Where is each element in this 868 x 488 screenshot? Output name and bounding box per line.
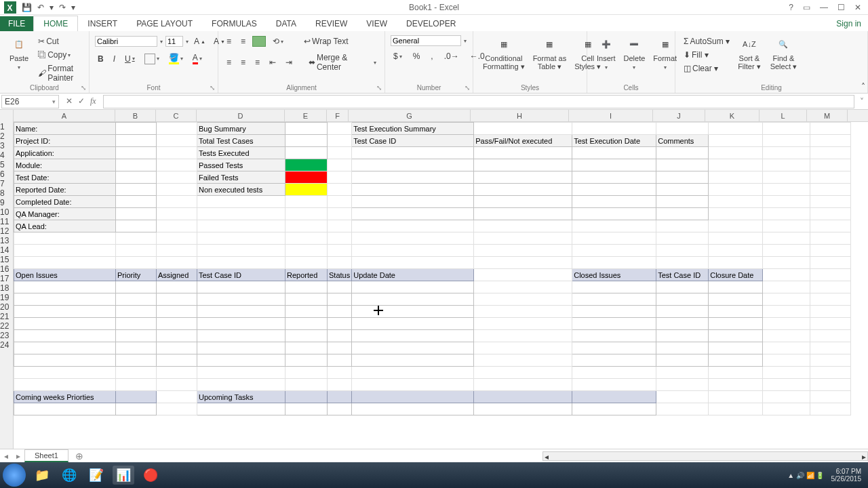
expand-formula-icon[interactable]: ˅: [856, 97, 868, 106]
ribbon-tabs: FILE HOME INSERT PAGE LAYOUT FORMULAS DA…: [0, 15, 868, 31]
notepad-icon[interactable]: 📝: [85, 466, 107, 485]
number-dialog-icon[interactable]: ⤡: [465, 84, 470, 92]
signin-link[interactable]: Sign in: [829, 16, 868, 31]
sheet-nav-next-icon[interactable]: ▸: [12, 451, 24, 461]
align-top-icon[interactable]: ≡: [224, 35, 234, 47]
number-format-select[interactable]: [391, 35, 461, 46]
formulas-tab[interactable]: FORMULAS: [202, 16, 267, 31]
redo-icon[interactable]: ↷: [59, 3, 66, 12]
sheet-tab-1[interactable]: Sheet1: [24, 449, 68, 462]
underline-button[interactable]: U▾: [122, 53, 138, 65]
title-bar: X 💾 ↶ ▾ ↷ ▾ Book1 - Excel ? ▭ — ☐ ✕: [0, 0, 868, 15]
excel-taskbar-icon[interactable]: 📊: [113, 466, 134, 485]
tray-date: 5/26/2015: [831, 475, 862, 483]
alignment-dialog-icon[interactable]: ⤡: [376, 84, 382, 92]
undo-dropdown-icon[interactable]: ▾: [50, 3, 54, 12]
insert-cells-button[interactable]: ➕Insert▾: [593, 34, 620, 80]
start-button[interactable]: [3, 464, 26, 487]
clear-button[interactable]: ◫Clear ▾: [681, 62, 732, 75]
ribbon-display-icon[interactable]: ▭: [803, 3, 810, 12]
formula-input[interactable]: [103, 95, 854, 108]
find-select-button[interactable]: 🔍Find & Select ▾: [766, 34, 802, 80]
merge-center-button[interactable]: ⬌Merge & Center▾: [306, 52, 379, 73]
row-headers[interactable]: 123456789101112131415161718192021222324: [0, 110, 14, 449]
number-format-dropdown-icon[interactable]: ▾: [464, 38, 467, 44]
fill-down-icon: ⬇: [684, 50, 690, 60]
tray-icons[interactable]: ▲ 🔊 📶 🔋: [787, 472, 824, 479]
cancel-formula-icon[interactable]: ✕: [66, 96, 73, 106]
wrap-text-button[interactable]: ↩Wrap Text: [301, 35, 351, 47]
font-name-dropdown-icon[interactable]: ▾: [160, 39, 163, 45]
enter-formula-icon[interactable]: ✓: [78, 96, 85, 106]
page-layout-tab[interactable]: PAGE LAYOUT: [127, 16, 202, 31]
spreadsheet-grid: ABCDEFGHIJKLM 12345678910111213141516171…: [0, 110, 868, 449]
help-icon[interactable]: ?: [789, 3, 793, 12]
format-as-table-button[interactable]: ▦Format as Table ▾: [529, 34, 571, 80]
name-box[interactable]: E26▾: [1, 95, 59, 108]
close-icon[interactable]: ✕: [854, 3, 861, 12]
column-headers[interactable]: ABCDEFGHIJKLM: [14, 110, 868, 122]
minimize-icon[interactable]: —: [820, 3, 828, 12]
italic-button[interactable]: I: [111, 53, 118, 65]
font-dialog-icon[interactable]: ⤡: [210, 84, 215, 92]
font-color-button[interactable]: A▾: [190, 52, 205, 66]
format-painter-button[interactable]: 🖌Format Painter: [35, 62, 83, 84]
review-tab[interactable]: REVIEW: [306, 16, 357, 31]
font-group: ▾ ▾ A▲ A▼ B I U▾ ▾ 🪣▾ A▾ Font ⤡: [90, 31, 218, 93]
fill-color-button[interactable]: 🪣▾: [166, 52, 186, 66]
delete-cells-button[interactable]: ➖Delete▾: [620, 34, 650, 80]
align-right-icon[interactable]: ≡: [252, 56, 262, 68]
fx-icon[interactable]: fx: [90, 96, 96, 106]
app-icon[interactable]: 🔴: [140, 466, 161, 485]
align-left-icon[interactable]: ≡: [224, 56, 234, 68]
borders-button[interactable]: ▾: [142, 52, 162, 66]
font-size-input[interactable]: [165, 36, 183, 47]
copy-button[interactable]: ⿻Copy▾: [35, 49, 83, 61]
autosum-button[interactable]: ΣAutoSum ▾: [681, 35, 732, 47]
file-tab[interactable]: FILE: [0, 16, 33, 31]
developer-tab[interactable]: DEVELOPER: [397, 16, 465, 31]
paste-button[interactable]: 📋 Paste ▾: [5, 34, 33, 80]
cells-area[interactable]: Name:Bug SummaryTest Execution SummaryPr…: [14, 122, 868, 449]
windows-taskbar: 📁 🌐 📝 📊 🔴 ▲ 🔊 📶 🔋 6:07 PM 5/26/2015: [0, 462, 868, 488]
insert-tab[interactable]: INSERT: [78, 16, 127, 31]
align-center-icon[interactable]: ≡: [238, 56, 248, 68]
currency-button[interactable]: $▾: [391, 50, 405, 62]
increase-font-icon[interactable]: A▲: [191, 35, 208, 47]
sheet-nav-prev-icon[interactable]: ◂: [0, 451, 12, 461]
percent-button[interactable]: %: [410, 50, 423, 62]
font-size-dropdown-icon[interactable]: ▾: [186, 39, 189, 45]
font-name-input[interactable]: [95, 36, 157, 47]
collapse-ribbon-icon[interactable]: ˄: [861, 82, 865, 92]
decrease-indent-icon[interactable]: ⇤: [267, 56, 279, 68]
comma-button[interactable]: ,: [428, 50, 435, 62]
file-explorer-icon[interactable]: 📁: [31, 466, 53, 485]
horizontal-scrollbar[interactable]: ◂▸: [542, 451, 868, 461]
merge-icon: ⬌: [309, 58, 315, 67]
maximize-icon[interactable]: ☐: [837, 3, 845, 12]
clipboard-dialog-icon[interactable]: ⤡: [81, 84, 86, 92]
system-tray[interactable]: ▲ 🔊 📶 🔋 6:07 PM 5/26/2015: [787, 468, 865, 483]
undo-icon[interactable]: ↶: [37, 3, 44, 12]
data-tab[interactable]: DATA: [267, 16, 306, 31]
home-tab[interactable]: HOME: [33, 16, 78, 31]
scissors-icon: ✂: [38, 37, 45, 46]
editing-label: Editing: [675, 84, 867, 92]
align-bottom-icon[interactable]: [252, 36, 266, 47]
conditional-formatting-button[interactable]: ▦Conditional Formatting ▾: [479, 34, 529, 80]
chrome-icon[interactable]: 🌐: [58, 466, 80, 485]
formula-bar: E26▾ ✕ ✓ fx ˅: [0, 94, 868, 110]
fill-button[interactable]: ⬇Fill ▾: [681, 49, 732, 61]
add-sheet-icon[interactable]: ⊕: [68, 451, 90, 462]
orientation-button[interactable]: ⟲▾: [270, 35, 286, 47]
view-tab[interactable]: VIEW: [357, 16, 397, 31]
qat-customize-icon[interactable]: ▾: [71, 3, 75, 12]
save-icon[interactable]: 💾: [22, 3, 32, 12]
sort-filter-button[interactable]: A↓ZSort & Filter ▾: [734, 34, 765, 80]
increase-indent-icon[interactable]: ⇥: [283, 56, 295, 68]
align-middle-icon[interactable]: ≡: [238, 35, 248, 47]
bold-button[interactable]: B: [95, 53, 106, 65]
increase-decimal-icon[interactable]: .0→: [441, 50, 462, 62]
cut-button[interactable]: ✂Cut: [35, 35, 83, 47]
ribbon: 📋 Paste ▾ ✂Cut ⿻Copy▾ 🖌Format Painter Cl…: [0, 31, 868, 94]
